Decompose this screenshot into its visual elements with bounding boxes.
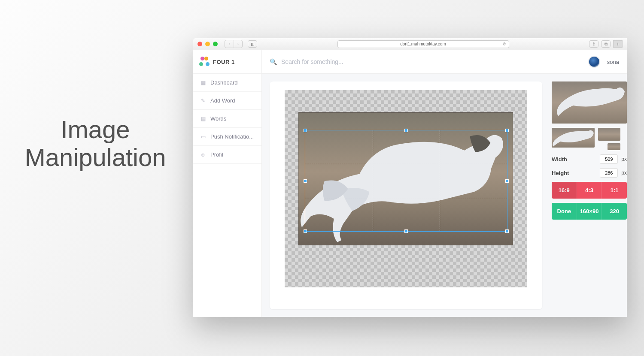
sidebar-item-label: Push Notificatio... bbox=[210, 133, 254, 140]
crop-handle-ml[interactable] bbox=[304, 179, 307, 183]
width-input[interactable] bbox=[600, 154, 618, 164]
crop-selection[interactable] bbox=[305, 130, 507, 231]
tabs-icon[interactable]: ⧉ bbox=[601, 40, 611, 48]
sidebar-item-dashboard[interactable]: ▦ Dashboard bbox=[193, 74, 261, 92]
main: 🔍 sona bbox=[262, 50, 627, 317]
height-input[interactable] bbox=[600, 168, 618, 178]
preview-stack bbox=[598, 128, 620, 150]
close-icon[interactable] bbox=[197, 42, 202, 46]
width-unit: px bbox=[621, 156, 627, 162]
username: sona bbox=[607, 59, 619, 65]
slide-title: Image Manipulation bbox=[5, 116, 185, 172]
address-bar-wrap: dort1.mahmutoktay.com ⟳ bbox=[260, 40, 586, 48]
brand[interactable]: FOUR 1 bbox=[193, 50, 261, 74]
browser-window: ‹ › ◧ dort1.mahmutoktay.com ⟳ ⇪ ⧉ + FOUR… bbox=[193, 38, 627, 317]
app-root: FOUR 1 ▦ Dashboard ✎ Add Word ▤ Words ▭ … bbox=[193, 50, 627, 317]
width-row: Width px bbox=[552, 154, 627, 164]
crop-handle-tl[interactable] bbox=[304, 129, 307, 132]
chrome-right: ⇪ ⧉ + bbox=[589, 40, 623, 48]
minimize-icon[interactable] bbox=[205, 42, 210, 46]
avatar[interactable] bbox=[588, 56, 600, 68]
crop-handle-mr[interactable] bbox=[505, 179, 509, 183]
brand-name: FOUR 1 bbox=[213, 59, 235, 65]
ratio-4-3-button[interactable]: 4:3 bbox=[577, 182, 602, 199]
preview-small[interactable] bbox=[598, 128, 620, 141]
pencil-icon: ✎ bbox=[200, 98, 206, 104]
preview-row bbox=[552, 128, 627, 150]
sidebar-item-label: Add Word bbox=[210, 97, 235, 104]
bell-icon: ▭ bbox=[200, 134, 206, 140]
ratio-buttons: 16:9 4:3 1:1 bbox=[552, 182, 627, 199]
sidebar-item-label: Words bbox=[210, 115, 226, 122]
search-icon: 🔍 bbox=[270, 58, 277, 65]
height-label: Height bbox=[552, 170, 596, 176]
back-button[interactable]: ‹ bbox=[225, 40, 234, 48]
nav-buttons: ‹ › bbox=[225, 40, 243, 48]
sidebar-item-label: Profil bbox=[210, 151, 223, 158]
reload-icon[interactable]: ⟳ bbox=[503, 42, 506, 46]
slide-title-line1: Image bbox=[61, 115, 130, 143]
search-input[interactable] bbox=[281, 58, 584, 65]
sidebar-item-profil[interactable]: ☺ Profil bbox=[193, 146, 261, 164]
sidebar-item-words[interactable]: ▤ Words bbox=[193, 110, 261, 128]
crop-handle-tc[interactable] bbox=[404, 129, 408, 132]
topbar: 🔍 sona bbox=[262, 50, 627, 74]
address-bar[interactable]: dort1.mahmutoktay.com ⟳ bbox=[337, 40, 509, 48]
done-button[interactable]: Done bbox=[552, 203, 577, 220]
crop-grid-line bbox=[440, 130, 440, 231]
width-label: Width bbox=[552, 156, 596, 163]
action-buttons: Done 160×90 320 bbox=[552, 203, 627, 220]
ratio-16-9-button[interactable]: 16:9 bbox=[552, 182, 577, 199]
sidebar-item-push-notifications[interactable]: ▭ Push Notificatio... bbox=[193, 128, 261, 146]
crop-handle-bc[interactable] bbox=[404, 229, 408, 233]
users-icon: ☺ bbox=[200, 152, 206, 158]
sidebar: FOUR 1 ▦ Dashboard ✎ Add Word ▤ Words ▭ … bbox=[193, 50, 262, 317]
sidebar-toggle-icon[interactable]: ◧ bbox=[248, 40, 257, 48]
editor-card bbox=[270, 81, 542, 309]
dashboard-icon: ▦ bbox=[200, 80, 206, 86]
editor-panel: Width px Height px 16:9 4:3 1:1 bbox=[552, 81, 627, 309]
size-160x90-button[interactable]: 160×90 bbox=[577, 203, 602, 220]
maximize-icon[interactable] bbox=[213, 42, 218, 46]
slide-title-line2: Manipulation bbox=[25, 143, 166, 171]
address-url: dort1.mahmutoktay.com bbox=[400, 42, 446, 46]
crop-handle-tr[interactable] bbox=[505, 129, 509, 132]
crop-grid-line bbox=[373, 130, 373, 231]
height-row: Height px bbox=[552, 168, 627, 178]
sidebar-nav: ▦ Dashboard ✎ Add Word ▤ Words ▭ Push No… bbox=[193, 74, 261, 164]
horse-preview-icon bbox=[552, 128, 595, 148]
browser-chrome: ‹ › ◧ dort1.mahmutoktay.com ⟳ ⇪ ⧉ + bbox=[193, 38, 627, 50]
image-canvas[interactable] bbox=[285, 90, 527, 287]
preview-large[interactable] bbox=[552, 81, 627, 124]
share-icon[interactable]: ⇪ bbox=[589, 40, 598, 48]
forward-button[interactable]: › bbox=[234, 40, 242, 48]
content: Width px Height px 16:9 4:3 1:1 bbox=[262, 74, 627, 317]
size-320-button[interactable]: 320 bbox=[601, 203, 627, 220]
new-tab-button[interactable]: + bbox=[613, 40, 623, 48]
crop-grid-line bbox=[305, 164, 507, 164]
window-controls bbox=[197, 42, 218, 46]
sidebar-item-add-word[interactable]: ✎ Add Word bbox=[193, 92, 261, 110]
crop-grid-line bbox=[305, 198, 507, 198]
crop-handle-br[interactable] bbox=[505, 229, 509, 233]
preview-medium[interactable] bbox=[552, 128, 595, 148]
preview-tiny[interactable] bbox=[608, 143, 620, 150]
ratio-1-1-button[interactable]: 1:1 bbox=[601, 182, 627, 199]
sidebar-item-label: Dashboard bbox=[210, 79, 238, 86]
brand-logo-icon bbox=[199, 57, 210, 67]
chat-icon: ▤ bbox=[200, 116, 206, 122]
horse-preview-icon bbox=[552, 81, 627, 124]
height-unit: px bbox=[621, 170, 627, 176]
crop-handle-bl[interactable] bbox=[304, 229, 307, 233]
